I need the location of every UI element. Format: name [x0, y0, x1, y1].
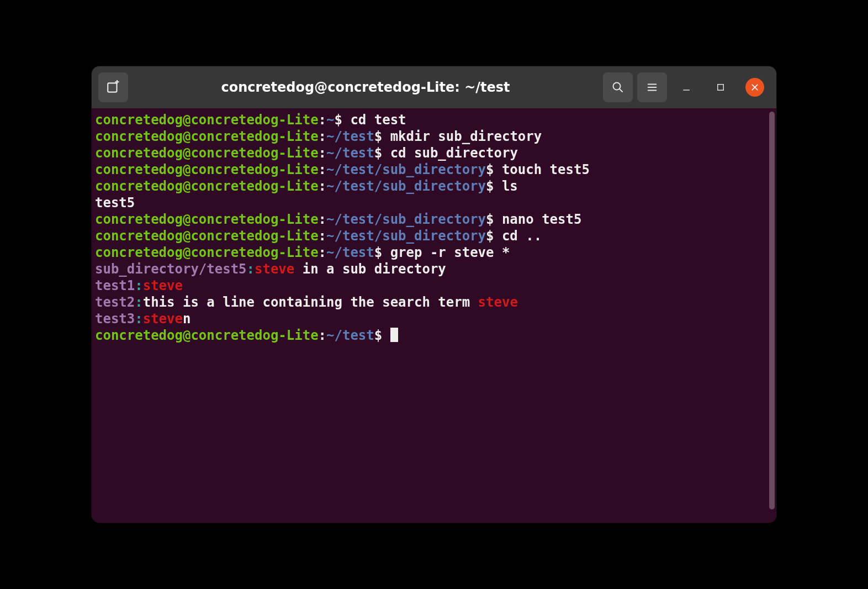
terminal-line: test2:this is a line containing the sear… [95, 294, 774, 311]
close-button[interactable] [745, 78, 764, 97]
titlebar: concretedog@concretedog-Lite: ~/test [92, 66, 776, 108]
minimize-button[interactable] [671, 72, 701, 102]
terminal-line: concretedog@concretedog-Lite:~/test$ mkd… [95, 128, 774, 145]
terminal-line: concretedog@concretedog-Lite:~/test/sub_… [95, 228, 774, 244]
svg-rect-2 [718, 85, 724, 91]
terminal-line: concretedog@concretedog-Lite:~/test$ [95, 327, 774, 344]
terminal-window: concretedog@concretedog-Lite: ~/test [92, 66, 776, 523]
terminal-line: concretedog@concretedog-Lite:~/test$ cd … [95, 145, 774, 161]
terminal-line: test3:steven [95, 311, 774, 327]
terminal-content: concretedog@concretedog-Lite:~$ cd testc… [95, 112, 774, 344]
terminal-line: sub_directory/test5:steve in a sub direc… [95, 261, 774, 277]
svg-rect-0 [108, 83, 117, 92]
new-tab-button[interactable] [98, 72, 128, 102]
terminal-line: concretedog@concretedog-Lite:~$ cd test [95, 112, 774, 128]
terminal-viewport[interactable]: concretedog@concretedog-Lite:~$ cd testc… [92, 108, 776, 523]
search-icon [611, 81, 624, 94]
maximize-icon [716, 82, 726, 92]
maximize-button[interactable] [706, 72, 735, 102]
terminal-line: test5 [95, 194, 774, 211]
new-tab-icon [106, 80, 120, 94]
terminal-line: concretedog@concretedog-Lite:~/test/sub_… [95, 211, 774, 228]
window-title: concretedog@concretedog-Lite: ~/test [133, 80, 599, 95]
cursor [390, 328, 398, 342]
terminal-line: test1:steve [95, 277, 774, 294]
terminal-line: concretedog@concretedog-Lite:~/test$ gre… [95, 244, 774, 261]
minimize-icon [681, 82, 692, 93]
terminal-line: concretedog@concretedog-Lite:~/test/sub_… [95, 178, 774, 194]
hamburger-icon [646, 81, 658, 93]
hamburger-menu-button[interactable] [637, 72, 667, 102]
search-button[interactable] [603, 72, 633, 102]
close-icon [750, 83, 759, 92]
terminal-line: concretedog@concretedog-Lite:~/test/sub_… [95, 161, 774, 178]
scrollbar-thumb[interactable] [769, 112, 775, 509]
